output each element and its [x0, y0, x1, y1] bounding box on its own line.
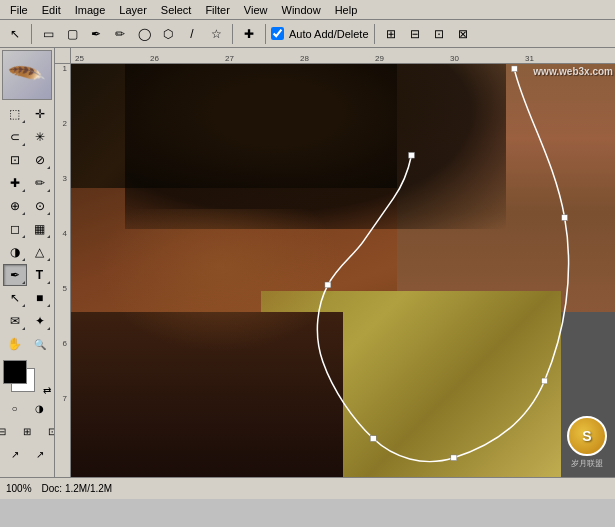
ruler-top-ticks: 25262728293031: [71, 54, 600, 63]
toolbar-sep-4: [374, 24, 375, 44]
menu-help[interactable]: Help: [329, 2, 364, 18]
tool-arrow-icon-12: [22, 281, 25, 284]
pen-tool[interactable]: ✒: [3, 264, 27, 286]
screen-mode-btn2[interactable]: ⊞: [15, 420, 39, 442]
toolbar-mode-btn4[interactable]: ⊠: [452, 23, 474, 45]
auto-add-delete-label: Auto Add/Delete: [271, 27, 369, 40]
ruler-left-wrapper: 1234567: [55, 64, 615, 477]
tool-arrow-icon-17: [47, 327, 50, 330]
tool-row-mode: ○ ◑: [3, 397, 52, 419]
move-tool[interactable]: ✛: [28, 103, 52, 125]
type-tool[interactable]: T: [28, 264, 52, 286]
slice-tool[interactable]: ⊘: [28, 149, 52, 171]
menu-edit[interactable]: Edit: [36, 2, 67, 18]
toolbar-line-btn[interactable]: /: [181, 23, 203, 45]
menu-layer[interactable]: Layer: [113, 2, 153, 18]
toolbar-sep-1: [31, 24, 32, 44]
toolbar-polygon-btn[interactable]: ⬡: [157, 23, 179, 45]
ruler-left-mark: 7: [63, 394, 69, 449]
eyedrop-tool[interactable]: ✦: [28, 310, 52, 332]
ruler-left-mark: 6: [63, 339, 69, 394]
toolbar-mode-btn3[interactable]: ⊡: [428, 23, 450, 45]
ruler-left: 1234567: [55, 64, 71, 477]
hand-tool[interactable]: ✋: [3, 333, 27, 355]
toolbar-rect-btn[interactable]: ▭: [37, 23, 59, 45]
swap-colors-icon[interactable]: ⇄: [43, 385, 51, 396]
toolbar-arrow-btn[interactable]: ↖: [4, 23, 26, 45]
top-toolbar: ↖ ▭ ▢ ✒ ✏ ◯ ⬡ / ☆ ✚ Auto Add/Delete ⊞ ⊟ …: [0, 20, 615, 48]
tool-arrow-icon-10: [22, 258, 25, 261]
standard-mode-btn[interactable]: ○: [3, 397, 27, 419]
main-layout: 🪶 ⬚ ✛ ⊂ ✳ ⊡ ⊘: [0, 48, 615, 477]
heal-tool[interactable]: ✚: [3, 172, 27, 194]
menu-select[interactable]: Select: [155, 2, 198, 18]
tool-arrow-icon-8: [22, 235, 25, 238]
ruler-left-mark: 5: [63, 284, 69, 339]
badge-subtitle: 岁月联盟: [571, 458, 603, 469]
tool-row-screen: ⊟ ⊞ ⊡: [0, 420, 55, 442]
toolbar-sep-3: [265, 24, 266, 44]
canvas-content[interactable]: www.web3x.com: [71, 64, 615, 477]
sharpen-tool[interactable]: △: [28, 241, 52, 263]
jump-btn1[interactable]: ↗: [3, 443, 27, 465]
tool-arrow-icon-14: [22, 304, 25, 307]
menu-image[interactable]: Image: [69, 2, 112, 18]
gradient-tool[interactable]: ▦: [28, 218, 52, 240]
lasso-tool[interactable]: ⊂: [3, 126, 27, 148]
tool-row-9: ↖ ■: [3, 287, 52, 309]
toolbar-add-btn[interactable]: ✚: [238, 23, 260, 45]
screen-mode-btn1[interactable]: ⊟: [0, 420, 14, 442]
tool-row-10: ✉ ✦: [3, 310, 52, 332]
tool-arrow-icon-7: [47, 212, 50, 215]
toolbar-freeform-btn[interactable]: ✏: [109, 23, 131, 45]
canvas-area: 25262728293031 1234567: [55, 48, 615, 477]
photoshop-logo: 🪶: [2, 50, 52, 100]
menu-bar: File Edit Image Layer Select Filter View…: [0, 0, 615, 20]
auto-add-delete-checkbox[interactable]: [271, 27, 284, 40]
toolbar-shape2-btn[interactable]: ◯: [133, 23, 155, 45]
dodge-tool[interactable]: ◑: [3, 241, 27, 263]
menu-file[interactable]: File: [4, 2, 34, 18]
tool-row-jump: ↗ ↗: [3, 443, 52, 465]
hair-detail: [125, 64, 506, 229]
shape-tool[interactable]: ■: [28, 287, 52, 309]
menu-window[interactable]: Window: [276, 2, 327, 18]
notes-tool[interactable]: ✉: [3, 310, 27, 332]
zoom-level: 100%: [6, 483, 32, 494]
ruler-left-mark: 4: [63, 229, 69, 284]
history-tool[interactable]: ⊙: [28, 195, 52, 217]
ruler-left-mark: 2: [63, 119, 69, 174]
jump-btn2[interactable]: ↗: [28, 443, 52, 465]
menu-view[interactable]: View: [238, 2, 274, 18]
ruler-left-mark: 3: [63, 174, 69, 229]
tool-row-7: ◑ △: [3, 241, 52, 263]
doc-size: Doc: 1.2M/1.2M: [42, 483, 113, 494]
quick-mask-btn[interactable]: ◑: [28, 397, 52, 419]
screen-mode-btn3[interactable]: ⊡: [40, 420, 55, 442]
toolbar-rounded-btn[interactable]: ▢: [61, 23, 83, 45]
ruler-top-mark: 25: [75, 54, 150, 63]
tool-arrow-icon-5: [47, 189, 50, 192]
crop-tool[interactable]: ⊡: [3, 149, 27, 171]
zoom-tool[interactable]: 🔍: [28, 333, 52, 355]
toolbox: 🪶 ⬚ ✛ ⊂ ✳ ⊡ ⊘: [0, 48, 55, 477]
wand-tool[interactable]: ✳: [28, 126, 52, 148]
tool-row-5: ⊕ ⊙: [3, 195, 52, 217]
ruler-top: 25262728293031: [55, 48, 615, 64]
marquee-tool[interactable]: ⬚: [3, 103, 27, 125]
eraser-tool[interactable]: ◻: [3, 218, 27, 240]
tool-arrow-icon-2: [22, 143, 25, 146]
path-select-tool[interactable]: ↖: [3, 287, 27, 309]
ruler-left-mark: 1: [63, 64, 69, 119]
skin-highlight: [98, 209, 343, 354]
clone-tool[interactable]: ⊕: [3, 195, 27, 217]
tool-row-8: ✒ T: [3, 264, 52, 286]
toolbar-pen-btn[interactable]: ✒: [85, 23, 107, 45]
menu-filter[interactable]: Filter: [199, 2, 235, 18]
ruler-top-mark: 30: [450, 54, 525, 63]
foreground-color-swatch[interactable]: [3, 360, 27, 384]
toolbar-mode-btn2[interactable]: ⊟: [404, 23, 426, 45]
toolbar-custom-btn[interactable]: ☆: [205, 23, 227, 45]
toolbar-mode-btn1[interactable]: ⊞: [380, 23, 402, 45]
brush-tool[interactable]: ✏: [28, 172, 52, 194]
